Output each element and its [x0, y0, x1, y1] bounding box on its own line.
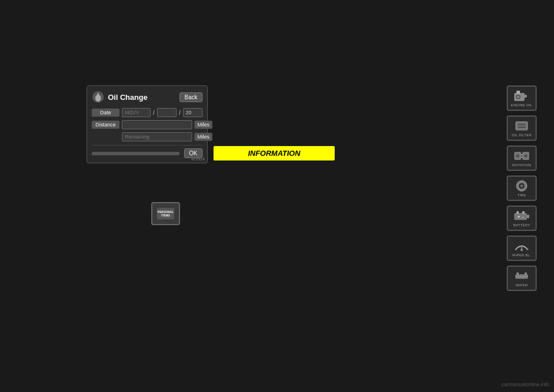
oil-change-dialog: Oil Change Back Date / / Distance Miles …: [87, 85, 208, 163]
date-sep2: /: [179, 110, 181, 116]
svg-rect-21: [522, 211, 525, 214]
wiper-blade-icon[interactable]: WIPER BL.: [507, 236, 537, 261]
svg-rect-19: [527, 215, 529, 218]
personal-settings-icon[interactable]: PERSONALITEMS: [151, 202, 180, 225]
svg-rect-20: [516, 211, 519, 214]
dialog-title-area: Oil Change: [92, 91, 148, 103]
tire-label: TIRE: [518, 193, 526, 197]
wiper-blade-label: WIPER BL.: [512, 253, 531, 257]
date-label: Date: [92, 109, 119, 117]
battery-graphic: + -: [512, 210, 531, 222]
battery-label: BATTERY: [513, 223, 530, 227]
svg-rect-18: [514, 213, 527, 220]
information-banner: INFORMATION: [214, 146, 335, 160]
remaining-row: Miles: [92, 132, 203, 141]
oil-filter-icon[interactable]: OIL FILTER: [507, 115, 537, 141]
svg-point-25: [521, 249, 523, 251]
wiper-icon[interactable]: WIPER: [507, 266, 537, 291]
oil-filter-graphic: [512, 120, 531, 132]
wiper-label: WIPER: [515, 283, 527, 287]
rotation-graphic: [512, 150, 531, 162]
date-month-input[interactable]: [157, 108, 177, 117]
information-text: INFORMATION: [248, 149, 301, 158]
battery-icon[interactable]: + - BATTERY: [507, 206, 537, 231]
oil-change-icon: [92, 91, 104, 103]
dialog-footer: OK: [92, 145, 203, 158]
personal-icon-inner: PERSONALITEMS: [157, 208, 174, 219]
tire-icon[interactable]: TIRE: [507, 176, 537, 201]
svg-rect-4: [523, 95, 527, 98]
distance-input[interactable]: [122, 120, 192, 129]
date-row: Date / /: [92, 108, 203, 117]
svg-point-17: [521, 185, 523, 187]
rotation-label: ROTATION: [512, 163, 531, 167]
watermark: carmanualonline.info: [501, 382, 549, 387]
date-input[interactable]: [122, 108, 151, 117]
dialog-header: Oil Change Back: [92, 91, 203, 103]
engine-oil-icon[interactable]: ENGINE OIL: [507, 85, 537, 111]
back-button[interactable]: Back: [179, 92, 203, 102]
svg-text:+: +: [518, 215, 520, 219]
code-label: 4U004: [191, 156, 205, 162]
svg-point-13: [516, 154, 519, 158]
remaining-unit: Miles: [194, 133, 212, 141]
engine-oil-label: ENGINE OIL: [511, 103, 532, 107]
distance-row: Distance Miles: [92, 120, 203, 129]
svg-rect-28: [525, 272, 527, 275]
wiper-graphic: [512, 270, 531, 282]
personal-icon-text: PERSONALITEMS: [158, 210, 174, 217]
svg-point-14: [524, 154, 527, 158]
wiper-blade-graphic: [512, 240, 531, 252]
progress-bar: [92, 152, 179, 155]
distance-label: Distance: [92, 121, 119, 129]
engine-oil-graphic: [512, 89, 531, 102]
svg-rect-27: [516, 272, 519, 275]
date-year-input[interactable]: [183, 108, 203, 117]
date-sep1: /: [153, 110, 155, 116]
oil-filter-label: OIL FILTER: [512, 133, 531, 137]
dialog-title: Oil Change: [108, 93, 148, 102]
remaining-input[interactable]: [122, 132, 192, 141]
svg-point-7: [517, 96, 519, 98]
tire-graphic: [512, 180, 531, 192]
svg-rect-5: [516, 91, 520, 94]
distance-unit: Miles: [194, 121, 212, 129]
right-icons-panel: ENGINE OIL OIL FILTER ROTATION: [507, 85, 537, 291]
rotation-icon[interactable]: ROTATION: [507, 145, 537, 171]
